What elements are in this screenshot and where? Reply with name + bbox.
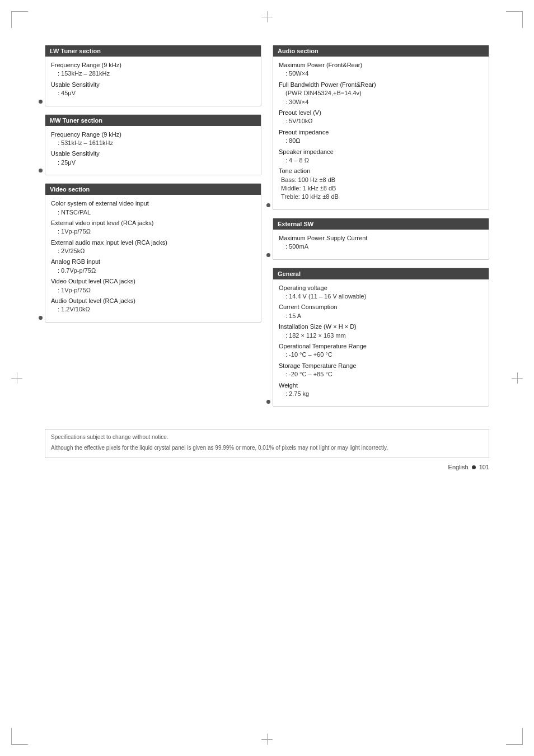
lw-freq-row: Frequency Range (9 kHz) : 153kHz – 281kH… [51,61,255,78]
notice1: Specifications subject to change without… [51,433,483,441]
left-column: LW Tuner section Frequency Range (9 kHz)… [45,45,261,407]
language-label: English [448,464,469,470]
mw-tuner-bullet [39,169,43,172]
external-sw-section: External SW Maximum Power Supply Current… [273,218,489,260]
lw-tuner-bullet [39,100,43,104]
general-body: Operating voltage : 14.4 V (11 – 16 V al… [273,279,489,407]
page-dot-icon [472,465,476,469]
general-section-bullet [266,400,270,404]
preout-level-row: Preout level (V) : 5V/10kΩ [279,109,483,126]
right-column: Audio section Maximum Power (Front&Rear)… [273,45,489,407]
page: LW Tuner section Frequency Range (9 kHz)… [0,0,534,756]
mw-tuner-section: MW Tuner section Frequency Range (9 kHz)… [45,114,261,176]
analog-rgb-row: Analog RGB input : 0.7Vp-p/75Ω [51,258,255,275]
audio-section: Audio section Maximum Power (Front&Rear)… [273,45,489,210]
max-power-supply-row: Maximum Power Supply Current : 500mA [279,234,483,251]
operating-voltage-row: Operating voltage : 14.4 V (11 – 16 V al… [279,284,483,301]
crosshair-left [11,372,22,384]
ext-video-input-row: External video input level (RCA jacks) :… [51,219,255,236]
lw-tuner-section: LW Tuner section Frequency Range (9 kHz)… [45,45,261,106]
external-sw-body: Maximum Power Supply Current : 500mA [273,230,489,259]
storage-temp-row: Storage Temperature Range : -20 °C – +85… [279,362,483,379]
tone-action-row: Tone action Bass: 100 Hz ±8 dB Middle: 1… [279,167,483,202]
ext-audio-input-row: External audio max input level (RCA jack… [51,239,255,256]
installation-size-row: Installation Size (W × H × D) : 182 × 11… [279,323,483,340]
corner-mark-bl [11,728,28,745]
lw-sensitivity-row: Usable Sensitivity : 45μV [51,81,255,98]
operational-temp-row: Operational Temperature Range : -10 °C –… [279,342,483,360]
color-system-row: Color system of external video input : N… [51,199,255,217]
footer-notices: Specifications subject to change without… [45,429,489,458]
lw-tuner-header: LW Tuner section [45,45,261,57]
general-section: General Operating voltage : 14.4 V (11 –… [273,268,489,407]
video-output-row: Video Output level (RCA jacks) : 1Vp-p/7… [51,277,255,295]
audio-section-bullet [266,203,270,207]
current-consumption-row: Current Consumption : 15 A [279,303,483,320]
audio-header: Audio section [273,45,489,57]
mw-tuner-body: Frequency Range (9 kHz) : 531kHz – 1611k… [45,126,261,175]
audio-body: Maximum Power (Front&Rear) : 50W×4 Full … [273,57,489,209]
mw-tuner-header: MW Tuner section [45,115,261,126]
page-number-area: English 101 [45,464,489,470]
notice2: Although the effective pixels for the li… [51,444,483,452]
page-number-label: 101 [479,464,489,470]
crosshair-top [261,11,273,22]
video-body: Color system of external video input : N… [45,195,261,322]
mw-freq-row: Frequency Range (9 kHz) : 531kHz – 1611k… [51,130,255,148]
corner-mark-br [506,728,523,745]
video-header: Video section [45,184,261,195]
main-content: LW Tuner section Frequency Range (9 kHz)… [45,45,489,407]
max-power-row: Maximum Power (Front&Rear) : 50W×4 [279,61,483,78]
speaker-impedance-row: Speaker impedance : 4 – 8 Ω [279,148,483,165]
audio-output-row: Audio Output level (RCA jacks) : 1.2V/10… [51,297,255,314]
lw-tuner-body: Frequency Range (9 kHz) : 153kHz – 281kH… [45,57,261,106]
video-section: Video section Color system of external v… [45,183,261,323]
general-header: General [273,268,489,279]
preout-impedance-row: Preout impedance : 80Ω [279,128,483,146]
full-bandwidth-row: Full Bandwidth Power (Front&Rear) (PWR D… [279,81,483,106]
corner-mark-tl [11,11,28,28]
crosshair-bottom [261,734,273,745]
corner-mark-tr [506,11,523,28]
video-section-bullet [39,316,43,320]
external-sw-header: External SW [273,218,489,230]
mw-sensitivity-row: Usable Sensitivity : 25μV [51,150,255,167]
weight-row: Weight : 2.75 kg [279,381,483,399]
crosshair-right [512,372,523,384]
external-sw-bullet [266,253,270,257]
